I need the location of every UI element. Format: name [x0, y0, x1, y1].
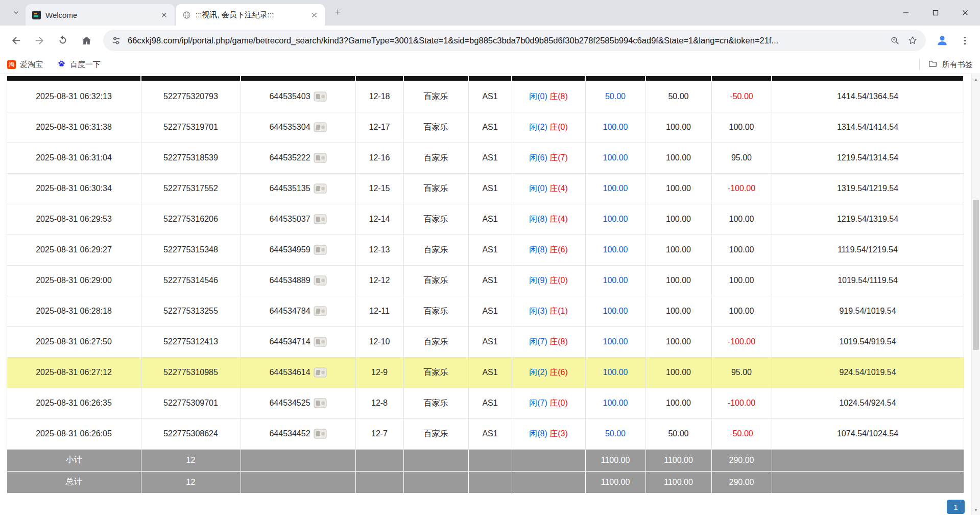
- tab-close-icon[interactable]: [308, 9, 320, 20]
- game-replay-icon[interactable]: [314, 275, 327, 286]
- cell-valid-amount: 50.00: [646, 418, 711, 449]
- scrollbar-thumb[interactable]: [973, 200, 979, 350]
- cell-round: 12-11: [355, 296, 403, 326]
- tab-search-button[interactable]: [7, 5, 25, 22]
- cell-bet-amount: 100.00: [585, 112, 646, 143]
- game-number: 644534452: [269, 429, 310, 438]
- banker-result: 庄(6): [549, 245, 568, 254]
- cell-game-type: 百家乐: [403, 81, 468, 112]
- cell-valid-amount: 100.00: [646, 112, 711, 143]
- cell-table-name: AS1: [468, 112, 512, 143]
- minimize-button[interactable]: [891, 0, 921, 26]
- pagination-page-1-button[interactable]: 1: [947, 500, 965, 514]
- game-number: 644535403: [269, 92, 310, 101]
- plus-icon: [334, 8, 342, 17]
- table-row[interactable]: 2025-08-31 06:31:38 522775319701 6445353…: [7, 112, 964, 143]
- table-row[interactable]: 2025-08-31 06:29:00 522775314546 6445348…: [7, 265, 964, 296]
- cell-bet-amount: 100.00: [585, 388, 646, 418]
- table-row[interactable]: 2025-08-31 06:29:53 522775316206 6445350…: [7, 204, 964, 235]
- total-valid: 1100.00: [646, 471, 711, 493]
- cell-table-name: AS1: [468, 418, 512, 449]
- game-replay-icon[interactable]: [314, 245, 327, 255]
- cell-round: 12-13: [355, 235, 403, 265]
- game-number: 644535304: [269, 123, 310, 131]
- reload-button[interactable]: [52, 30, 74, 51]
- tab-bet-record[interactable]: :::视讯, 会员下注纪录:::: [176, 4, 325, 26]
- close-window-button[interactable]: [950, 0, 980, 26]
- home-button[interactable]: [76, 30, 97, 51]
- tab-strip: Welcome :::视讯, 会员下注纪录:::: [0, 0, 980, 26]
- table-header-cell: [711, 76, 772, 81]
- cell-valid-amount: 100.00: [646, 326, 711, 357]
- bookmark-aitaobao[interactable]: 淘 爱淘宝: [7, 60, 43, 69]
- table-row[interactable]: 2025-08-31 06:26:05 522775308624 6445344…: [7, 418, 964, 449]
- bet-record-table: 2025-08-31 06:32:13 522775320793 6445354…: [6, 76, 964, 494]
- cell-balance: 1019.54/919.54: [772, 326, 964, 357]
- game-replay-icon[interactable]: [314, 214, 327, 224]
- table-header-cell: [7, 76, 141, 81]
- table-footer: 小计 12 1100.00 1100.00 290.00 总计 12 1100.…: [7, 449, 964, 493]
- cell-balance: 1414.54/1364.54: [772, 81, 964, 112]
- banker-result: 庄(0): [549, 276, 568, 285]
- cell-result: 闲(7) 庄(8): [512, 326, 585, 357]
- game-replay-icon[interactable]: [314, 183, 327, 194]
- table-row[interactable]: 2025-08-31 06:31:04 522775318539 6445352…: [7, 143, 964, 173]
- zoom-icon[interactable]: [889, 35, 901, 46]
- profile-avatar[interactable]: [932, 30, 952, 51]
- cell-win-loss: 95.00: [711, 357, 772, 388]
- player-result: 闲(7): [529, 337, 547, 346]
- maximize-button[interactable]: [921, 0, 950, 26]
- total-winloss: 290.00: [711, 471, 772, 493]
- cell-balance: 1019.54/1119.54: [772, 265, 964, 296]
- game-number: 644534714: [269, 337, 310, 346]
- cell-round: 12-10: [355, 326, 403, 357]
- new-tab-button[interactable]: [329, 4, 346, 21]
- all-bookmarks[interactable]: 所有书签: [919, 59, 973, 70]
- table-row[interactable]: 2025-08-31 06:27:12 522775310985 6445346…: [7, 357, 964, 388]
- table-row[interactable]: 2025-08-31 06:27:50 522775312413 6445347…: [7, 326, 964, 357]
- game-replay-icon[interactable]: [314, 91, 327, 102]
- table-row[interactable]: 2025-08-31 06:30:34 522775317552 6445351…: [7, 173, 964, 204]
- cell-table-name: AS1: [468, 326, 512, 357]
- cell-table-name: AS1: [468, 173, 512, 204]
- tab-welcome[interactable]: Welcome: [26, 4, 175, 26]
- table-header-cell: [468, 76, 512, 81]
- back-button[interactable]: [5, 30, 27, 51]
- vertical-scrollbar[interactable]: ▲ ▼: [971, 74, 980, 515]
- cell-order-no: 522775316206: [141, 204, 241, 235]
- game-replay-icon[interactable]: [314, 429, 327, 439]
- bookmark-baidu[interactable]: 百度一下: [57, 59, 101, 69]
- forward-button[interactable]: [29, 30, 50, 51]
- game-replay-icon[interactable]: [314, 306, 327, 316]
- cell-time: 2025-08-31 06:31:04: [7, 143, 141, 173]
- subtotal-label: 小计: [7, 449, 141, 471]
- cell-win-loss: -100.00: [711, 326, 772, 357]
- cell-game-type: 百家乐: [403, 388, 468, 418]
- cell-table-name: AS1: [468, 296, 512, 326]
- cell-balance: 1219.54/1319.54: [772, 204, 964, 235]
- table-row[interactable]: 2025-08-31 06:29:27 522775315348 6445349…: [7, 235, 964, 265]
- tab-close-icon[interactable]: [158, 9, 170, 20]
- table-row[interactable]: 2025-08-31 06:28:18 522775313255 6445347…: [7, 296, 964, 326]
- table-header-cell: [646, 76, 711, 81]
- table-row[interactable]: 2025-08-31 06:32:13 522775320793 6445354…: [7, 81, 964, 112]
- cell-bet-amount: 50.00: [585, 418, 646, 449]
- total-label: 总计: [7, 471, 141, 493]
- game-replay-icon[interactable]: [314, 153, 327, 163]
- site-settings-icon[interactable]: [110, 35, 122, 46]
- cell-result: 闲(6) 庄(7): [512, 143, 585, 173]
- bookmark-star-icon[interactable]: [906, 34, 919, 46]
- cell-bet-amount: 100.00: [585, 265, 646, 296]
- game-number: 644535037: [269, 215, 310, 223]
- table-row[interactable]: 2025-08-31 06:26:35 522775309701 6445345…: [7, 388, 964, 418]
- address-bar[interactable]: 66cxkj98.com/ipl/portal.php/game/betreco…: [103, 30, 926, 51]
- game-number: 644534525: [269, 399, 310, 407]
- scroll-down-arrow-icon[interactable]: ▼: [972, 506, 980, 514]
- browser-menu-button[interactable]: [954, 30, 975, 51]
- game-replay-icon[interactable]: [314, 398, 327, 408]
- scroll-up-arrow-icon[interactable]: ▲: [972, 75, 980, 83]
- player-result: 闲(8): [529, 245, 547, 254]
- game-replay-icon[interactable]: [314, 337, 327, 347]
- game-replay-icon[interactable]: [314, 122, 327, 132]
- game-replay-icon[interactable]: [314, 367, 327, 378]
